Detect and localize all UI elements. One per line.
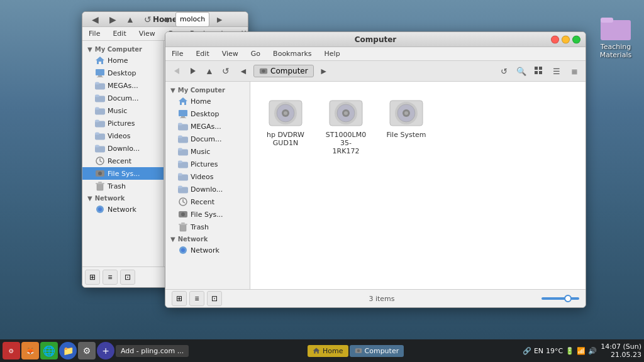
home-sidebar-my-computer-header[interactable]: ▼ My Computer [82, 43, 164, 54]
home-view-list-btn[interactable]: ≡ [103, 270, 118, 285]
computer-sidebar-item-trash[interactable]: Trash [165, 221, 250, 233]
home-sidebar-network-header[interactable]: ▼ Network [82, 192, 164, 203]
computer-sidebar-item-home[interactable]: Home [165, 95, 250, 107]
taskbar-icon-4[interactable]: 📁 [59, 342, 77, 359]
svg-rect-54 [178, 173, 182, 176]
home-nav-prev-loc[interactable]: ◄ [158, 12, 173, 27]
computer-nav-forward[interactable] [186, 63, 201, 79]
computer-sidebar-item-recent[interactable]: Recent [165, 195, 250, 208]
home-sidebar: ▼ My Computer Home Desktop MEGAs... [82, 41, 164, 266]
computer-st1000[interactable]: ST1000LM035-1RK172 [321, 92, 371, 159]
computer-sidebar-item-videos[interactable]: Videos [165, 170, 250, 183]
home-nav-forward[interactable]: ▶ [105, 12, 120, 27]
computer-min-btn[interactable] [562, 35, 570, 43]
computer-hp-dvdrw[interactable]: hp DVDRWGUD1N [260, 92, 311, 159]
home-sidebar-item-docum[interactable]: Docum... [82, 92, 164, 104]
computer-breadcrumb-icon [259, 67, 268, 75]
svg-point-69 [284, 111, 287, 115]
computer-sidebar-item-docum[interactable]: Docum... [165, 133, 250, 145]
computer-nav-reload[interactable]: ↺ [218, 63, 233, 79]
taskbar-computer-btn[interactable]: Computer [350, 345, 404, 357]
home-nav-up[interactable]: ▲ [123, 12, 138, 27]
computer-view-compact[interactable]: ≣ [567, 63, 582, 79]
computer-nav-up[interactable]: ▲ [202, 63, 217, 79]
computer-menu-view[interactable]: View [219, 48, 241, 59]
home-menu-view[interactable]: View [136, 28, 158, 39]
computer-filesystem[interactable]: File System [381, 92, 431, 159]
docum-folder-icon [95, 93, 105, 103]
desktop-icon-teaching-materials[interactable]: Teaching Materials [594, 13, 638, 59]
computer-sidebar-item-network[interactable]: Network [165, 244, 250, 256]
computer-view-search[interactable]: 🔍 [514, 63, 529, 79]
taskbar-home-btn[interactable]: Home [308, 345, 348, 357]
svg-rect-38 [535, 67, 538, 70]
home-nav-back[interactable]: ◀ [87, 12, 103, 27]
svg-rect-14 [95, 133, 99, 135]
computer-sidebar-pictures-label: Pictures [191, 160, 218, 168]
taskbar-add-pling-btn[interactable]: Add - pling.com ... [116, 345, 189, 357]
taskbar-icon-3[interactable]: 🌐 [40, 342, 58, 359]
home-sidebar-item-videos[interactable]: Videos [82, 129, 164, 142]
home-nav-reload[interactable]: ↺ [140, 12, 155, 27]
home-sidebar-item-pictures[interactable]: Pictures [82, 117, 164, 129]
computer-sidebar-item-megas[interactable]: MEGAs... [165, 120, 250, 133]
computer-sidebar-item-desktop[interactable]: Desktop [165, 107, 250, 120]
home-sidebar-megas-label: MEGAs... [108, 82, 138, 90]
home-sidebar-docum-label: Docum... [108, 94, 138, 102]
computer-sidebar-my-computer-header[interactable]: ▼ My Computer [165, 84, 250, 95]
taskbar-icon-6-glyph: + [102, 346, 109, 356]
svg-point-24 [98, 207, 102, 211]
computer-sidebar-music-label: Music [191, 148, 210, 156]
computer-bc-next[interactable]: ► [316, 63, 331, 79]
computer-nav-arrows: ▲ ↺ [169, 63, 233, 79]
home-sidebar-item-downlo[interactable]: Downlo... [82, 142, 164, 155]
home-menu-edit[interactable]: Edit [110, 28, 128, 39]
computer-view-list-btn2[interactable]: ≡ [189, 291, 204, 306]
computer-sidebar-desktop-label: Desktop [191, 110, 219, 118]
home-sidebar-item-music[interactable]: Music [82, 104, 164, 117]
taskbar-icon-1[interactable]: ⚙ [3, 342, 20, 359]
computer-menu-bookmarks[interactable]: Bookmarks [270, 48, 314, 59]
computer-sidebar-network-header[interactable]: ▼ Network [165, 233, 250, 244]
computer-view-icons[interactable] [531, 63, 547, 79]
computer-sidebar-item-filesys[interactable]: File Sys... [165, 208, 250, 221]
computer-sidebar-item-music[interactable]: Music [165, 145, 250, 158]
home-menu-file[interactable]: File [86, 28, 103, 39]
computer-sidebar-home-label: Home [191, 97, 211, 106]
home-sidebar-item-home[interactable]: Home [82, 54, 164, 67]
home-sidebar-network-label-item: Network [108, 206, 136, 214]
home-sidebar-item-trash[interactable]: Trash [82, 180, 164, 192]
svg-rect-1 [601, 18, 613, 23]
computer-max-btn[interactable] [572, 35, 580, 43]
computer-sidebar-item-pictures[interactable]: Pictures [165, 158, 250, 170]
taskbar-clock: 14:07 (Sun) 21.05.23 [601, 343, 641, 359]
computer-menu-go[interactable]: Go [248, 48, 263, 59]
computer-menu-file[interactable]: File [169, 48, 186, 59]
home-sidebar-item-megas[interactable]: MEGAs... [82, 79, 164, 92]
computer-view-compact-btn2[interactable]: ⊡ [207, 291, 222, 306]
computer-zoom-control [541, 297, 579, 300]
computer-menu-help[interactable]: Help [322, 48, 343, 59]
computer-nav-back[interactable] [169, 63, 184, 79]
computer-sidebar-item-downlo[interactable]: Downlo... [165, 183, 250, 195]
home-view-compact-btn[interactable]: ⊡ [120, 270, 135, 285]
taskbar-icon-5[interactable]: ⚙ [78, 342, 96, 359]
home-view-icons-btn[interactable]: ⊞ [85, 270, 100, 285]
computer-view-list[interactable]: ☰ [549, 63, 564, 79]
computer-close-btn[interactable] [551, 35, 559, 43]
computer-view-icons-btn2[interactable]: ⊞ [172, 291, 187, 306]
computer-menu-edit[interactable]: Edit [193, 48, 211, 59]
home-nav-next-loc[interactable]: ► [212, 12, 227, 27]
home-sidebar-item-filesys[interactable]: File Sys... [82, 167, 164, 180]
computer-zoom-slider[interactable] [541, 297, 579, 300]
svg-rect-43 [181, 116, 185, 118]
computer-zoom-handle[interactable] [564, 295, 572, 302]
taskbar-icon-2[interactable]: 🦊 [21, 342, 39, 359]
home-sidebar-item-desktop[interactable]: Desktop [82, 67, 164, 79]
taskbar-icon-6[interactable]: + [97, 342, 114, 359]
computer-bc-prev[interactable]: ◄ [236, 63, 251, 79]
computer-network-icon [178, 245, 188, 255]
home-sidebar-item-network[interactable]: Network [82, 203, 164, 216]
home-sidebar-item-recent[interactable]: Recent [82, 155, 164, 167]
computer-view-reload2[interactable]: ↺ [496, 63, 511, 79]
